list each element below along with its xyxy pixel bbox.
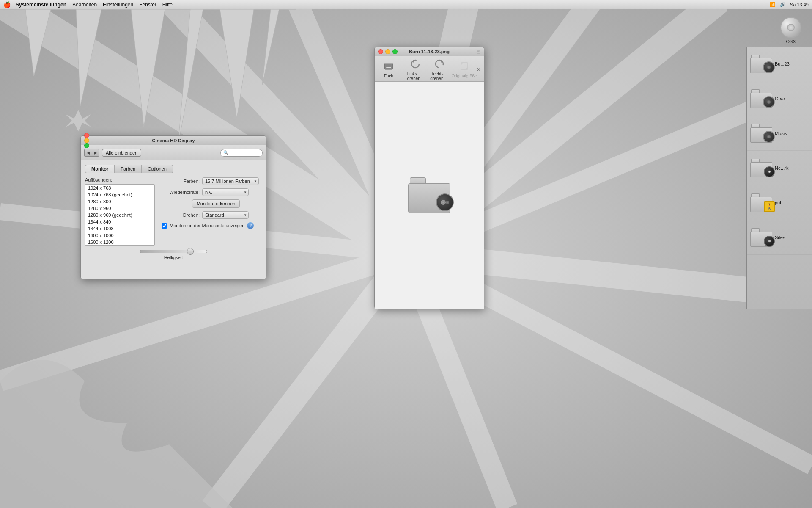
help-button[interactable]: ? [247, 222, 254, 229]
sidebar-item-musik[interactable]: Musik [747, 116, 812, 151]
back-button[interactable]: ◀ [84, 149, 92, 157]
sidebar-label-pub: pub [775, 200, 782, 205]
nav-buttons: ◀ ▶ [84, 149, 99, 157]
sidebar-folder-sites: ⊕ [750, 228, 772, 247]
svg-rect-17 [386, 67, 391, 68]
rechts-drehen-label: Rechts drehen [430, 72, 449, 81]
walk-icon-pub: 🚶 [764, 201, 775, 212]
toolbar-separator-1 [402, 61, 402, 77]
farben-select-wrapper: 16,7 Millionen Farben [202, 177, 259, 185]
cinema-window-title: Cinema HD Display [152, 138, 195, 143]
burn-toolbar: Fach Links drehen [375, 56, 484, 82]
wiederholrate-select[interactable]: n.v. [202, 188, 249, 196]
burn-originalgroesse-button[interactable]: Originalgröße [453, 58, 475, 80]
search-box[interactable]: 🔍 [220, 149, 263, 157]
menu-bearbeiten[interactable]: Bearbeiten [72, 2, 97, 8]
res-1280x800[interactable]: 1280 x 800 [85, 198, 154, 205]
apple-menu[interactable]: 🍎 [3, 1, 11, 8]
burn-window: Burn 11-13-23.png ⊟ Fach [374, 47, 484, 309]
tab-farben[interactable]: Farben [115, 165, 142, 173]
cinema-tabs: Monitor Farben Optionen [85, 165, 262, 173]
sidebar-folder-pub: 🚶 [750, 193, 772, 212]
show-all-button[interactable]: Alle einblenden [102, 149, 141, 157]
sidebar-compass-badge-sites: ⊕ [764, 236, 775, 247]
desktop: 🍎 Systemeinstellungen Bearbeiten Einstel… [0, 0, 812, 508]
brightness-label: Helligkeit [164, 255, 183, 260]
cinema-minimize-button[interactable] [84, 138, 89, 143]
fach-icon [382, 59, 395, 73]
tab-monitor[interactable]: Monitor [85, 165, 115, 173]
cinema-titlebar: Cinema HD Display [81, 136, 266, 145]
burn-fach-button[interactable]: Fach [378, 58, 399, 80]
burn-close-icon[interactable]: ⊟ [476, 49, 480, 55]
cinema-toolbar: ◀ ▶ Alle einblenden 🔍 [81, 145, 266, 160]
sidebar-item-gear[interactable]: Gear [747, 81, 812, 116]
menu-hilfe[interactable]: Hilfe [162, 2, 173, 8]
drehen-row: Drehen: Standard [162, 211, 262, 219]
cd-icon-gear [763, 96, 775, 108]
res-1024x768[interactable]: 1024 x 768 [85, 185, 154, 191]
compass-icon-sites: ⊕ [764, 236, 775, 247]
zoom-button[interactable] [392, 49, 398, 54]
burn-content [375, 82, 484, 309]
menubar: 🍎 Systemeinstellungen Bearbeiten Einstel… [0, 0, 812, 9]
cinema-traffic-lights [84, 133, 89, 148]
res-1280x960-gedehnt[interactable]: 1280 x 960 (gedehnt) [85, 212, 154, 218]
resolution-list-container: Auflösungen: 1024 x 768 1024 x 768 (gede… [85, 177, 155, 246]
wiederholrate-row: Wiederholrate: n.v. [162, 188, 262, 196]
tab-optionen[interactable]: Optionen [142, 165, 173, 173]
minimize-button[interactable] [385, 49, 390, 54]
sidebar-item-network[interactable]: ⊕ Ne...rk [747, 151, 812, 185]
close-button[interactable] [378, 49, 383, 54]
sidebar-item-pub[interactable]: 🚶 pub [747, 185, 812, 220]
burn-toolbar-expand-icon[interactable]: » [477, 66, 480, 72]
burn-folder-badge [436, 193, 454, 211]
res-1344x840[interactable]: 1344 x 840 [85, 218, 154, 225]
brightness-slider-track[interactable] [140, 250, 207, 253]
brightness-slider-thumb[interactable] [187, 248, 194, 255]
rechts-drehen-icon [433, 57, 446, 71]
res-1344x1008[interactable]: 1344 x 1008 [85, 225, 154, 232]
drehen-select[interactable]: Standard [202, 211, 249, 219]
res-1600x1200[interactable]: 1600 x 1200 [85, 239, 154, 246]
monitore-checkbox[interactable] [162, 223, 167, 229]
originalgroesse-icon [458, 59, 471, 73]
wiederholrate-select-wrapper: n.v. [202, 188, 249, 196]
originalgroesse-label: Originalgröße [451, 74, 477, 78]
compass-icon-network: ⊕ [764, 166, 775, 177]
sidebar-item-sites[interactable]: ⊕ Sites [747, 220, 812, 255]
menubar-wifi-icon: 📶 [770, 2, 776, 7]
burn-rechts-drehen-button[interactable]: Rechts drehen [428, 55, 451, 83]
burn-links-drehen-button[interactable]: Links drehen [405, 55, 426, 83]
cd-icon-burn [763, 61, 775, 73]
resolution-label: Auflösungen: [85, 177, 155, 182]
sidebar-label-network: Ne...rk [775, 166, 788, 171]
fach-label: Fach [384, 74, 393, 78]
res-1024x768-gedehnt[interactable]: 1024 x 768 (gedehnt) [85, 191, 154, 198]
menu-fenster[interactable]: Fenster [139, 2, 156, 8]
cinema-close-button[interactable] [84, 133, 89, 138]
farben-row: Farben: 16,7 Millionen Farben [162, 177, 262, 185]
monitore-erkennen-button[interactable]: Monitore erkennen [192, 199, 240, 208]
monitore-checkbox-label: Monitore in der Menüleiste anzeigen [170, 223, 244, 228]
search-icon: 🔍 [223, 150, 228, 155]
resolution-list[interactable]: 1024 x 768 1024 x 768 (gedehnt) 1280 x 8… [85, 184, 155, 246]
checkbox-row: Monitore in der Menüleiste anzeigen ? [162, 222, 262, 229]
cinema-zoom-button[interactable] [84, 143, 89, 148]
farben-select[interactable]: 16,7 Millionen Farben [202, 177, 259, 185]
dvd-osx-label: OSX [786, 39, 796, 44]
menubar-volume-icon: 🔊 [780, 2, 786, 7]
sidebar-item-burn[interactable]: Bu...23 [747, 47, 812, 81]
cinema-window: Cinema HD Display ◀ ▶ Alle einblenden 🔍 … [80, 135, 266, 279]
svg-rect-16 [384, 63, 393, 64]
forward-button[interactable]: ▶ [92, 149, 99, 157]
menu-systemeinstellungen[interactable]: Systemeinstellungen [16, 2, 66, 8]
sidebar-label-gear: Gear [775, 96, 785, 101]
burn-titlebar: Burn 11-13-23.png ⊟ [375, 47, 484, 56]
cinema-content: Monitor Farben Optionen Auflösungen: 102… [81, 160, 266, 264]
res-1280x960[interactable]: 1280 x 960 [85, 205, 154, 212]
desktop-icon-osx[interactable]: OSX [772, 17, 810, 44]
menu-einstellungen[interactable]: Einstellungen [103, 2, 133, 8]
res-1600x1000[interactable]: 1600 x 1000 [85, 232, 154, 239]
monitore-btn-row: Monitore erkennen [170, 199, 262, 208]
